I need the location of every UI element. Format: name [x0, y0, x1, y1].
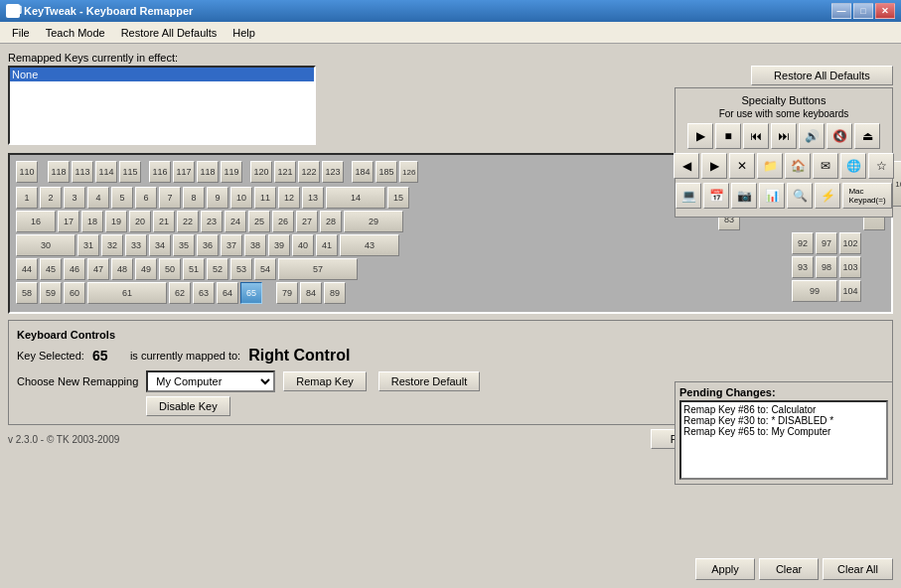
key-117[interactable]: 117 — [173, 161, 195, 183]
spec-calendar-icon[interactable]: 📅 — [703, 183, 729, 209]
key-47[interactable]: 47 — [87, 258, 109, 280]
key-6[interactable]: 6 — [135, 187, 157, 209]
spec-vol-up-icon[interactable]: 🔊 — [799, 123, 825, 149]
spec-eject-icon[interactable]: ⏏ — [854, 123, 880, 149]
key-1[interactable]: 1 — [16, 187, 38, 209]
key-48[interactable]: 48 — [111, 258, 133, 280]
spec-power-icon[interactable]: ⚡ — [815, 183, 840, 209]
key-43[interactable]: 43 — [340, 234, 399, 256]
key-26[interactable]: 26 — [272, 211, 294, 232]
remapped-key-item[interactable]: None — [10, 68, 314, 81]
menu-teach-mode[interactable]: Teach Mode — [38, 25, 113, 41]
key-126[interactable]: 126 — [399, 161, 418, 183]
mac-keypad-icon[interactable]: MacKeypad(=) — [842, 183, 892, 209]
key-99[interactable]: 99 — [792, 280, 837, 302]
key-119[interactable]: 119 — [221, 161, 242, 183]
key-35[interactable]: 35 — [173, 234, 195, 256]
key-18[interactable]: 18 — [81, 211, 103, 232]
key-33[interactable]: 33 — [125, 234, 147, 256]
key-58[interactable]: 58 — [16, 282, 38, 304]
menu-file[interactable]: File — [4, 25, 38, 41]
spec-forward-icon[interactable]: ▶ — [701, 153, 727, 179]
key-15[interactable]: 15 — [387, 187, 409, 209]
key-45[interactable]: 45 — [40, 258, 62, 280]
key-116[interactable]: 116 — [149, 161, 171, 183]
spec-star-icon[interactable]: ☆ — [868, 153, 894, 179]
key-97[interactable]: 97 — [816, 232, 837, 254]
spec-back-icon[interactable]: ◀ — [674, 153, 699, 179]
key-53[interactable]: 53 — [230, 258, 252, 280]
key-104[interactable]: 104 — [839, 280, 861, 302]
key-51[interactable]: 51 — [183, 258, 205, 280]
key-3[interactable]: 3 — [64, 187, 85, 209]
key-60[interactable]: 60 — [64, 282, 85, 304]
disable-key-button[interactable]: Disable Key — [146, 396, 230, 416]
key-25[interactable]: 25 — [248, 211, 270, 232]
key-114[interactable]: 114 — [95, 161, 117, 183]
key-57[interactable]: 57 — [278, 258, 358, 280]
key-8[interactable]: 8 — [183, 187, 205, 209]
key-31[interactable]: 31 — [77, 234, 99, 256]
key-122[interactable]: 122 — [298, 161, 320, 183]
key-10[interactable]: 10 — [230, 187, 252, 209]
clear-button[interactable]: Clear — [759, 558, 819, 580]
key-103[interactable]: 103 — [839, 256, 861, 278]
key-46[interactable]: 46 — [64, 258, 85, 280]
spec-camera-icon[interactable]: 📷 — [731, 183, 757, 209]
key-59[interactable]: 59 — [40, 282, 62, 304]
clear-all-button[interactable]: Clear All — [823, 558, 893, 580]
key-36[interactable]: 36 — [197, 234, 219, 256]
spec-folder-icon[interactable]: 📁 — [757, 153, 783, 179]
key-29[interactable]: 29 — [344, 211, 403, 232]
key-23[interactable]: 23 — [201, 211, 223, 232]
key-115[interactable]: 115 — [119, 161, 141, 183]
close-button[interactable]: ✕ — [875, 3, 895, 19]
key-61[interactable]: 61 — [87, 282, 167, 304]
key-7[interactable]: 7 — [159, 187, 181, 209]
key-63[interactable]: 63 — [193, 282, 215, 304]
spec-chart-icon[interactable]: 📊 — [759, 183, 785, 209]
key-102[interactable]: 102 — [839, 232, 861, 254]
key-11[interactable]: 11 — [254, 187, 276, 209]
key-9[interactable]: 9 — [207, 187, 228, 209]
key-121[interactable]: 121 — [274, 161, 296, 183]
key-185[interactable]: 185 — [375, 161, 397, 183]
key-21[interactable]: 21 — [153, 211, 175, 232]
key-79[interactable]: 79 — [276, 282, 298, 304]
key-50[interactable]: 50 — [159, 258, 181, 280]
key-89[interactable]: 89 — [324, 282, 346, 304]
key-34[interactable]: 34 — [149, 234, 171, 256]
spec-web-icon[interactable]: 🌐 — [840, 153, 866, 179]
spec-email-icon[interactable]: ✉ — [813, 153, 838, 179]
key-120[interactable]: 120 — [250, 161, 272, 183]
spec-home-icon[interactable]: 🏠 — [785, 153, 811, 179]
spec-stop-icon[interactable]: ■ — [715, 123, 741, 149]
key-92[interactable]: 92 — [792, 232, 814, 254]
key-52[interactable]: 52 — [207, 258, 228, 280]
key-62[interactable]: 62 — [169, 282, 191, 304]
key-110[interactable]: 110 — [16, 161, 38, 183]
key-118[interactable]: 118 — [48, 161, 70, 183]
key-38[interactable]: 38 — [244, 234, 266, 256]
key-40[interactable]: 40 — [292, 234, 314, 256]
key-84[interactable]: 84 — [300, 282, 322, 304]
key-20[interactable]: 20 — [129, 211, 151, 232]
key-24[interactable]: 24 — [225, 211, 246, 232]
key-28[interactable]: 28 — [320, 211, 342, 232]
maximize-button[interactable]: □ — [853, 3, 873, 19]
key-16[interactable]: 16 — [16, 211, 56, 232]
menu-help[interactable]: Help — [225, 25, 263, 41]
key-98[interactable]: 98 — [816, 256, 837, 278]
remap-select[interactable]: My Computer Calculator Email Browser Hom… — [146, 370, 275, 392]
key-113[interactable]: 113 — [72, 161, 93, 183]
key-54[interactable]: 54 — [254, 258, 276, 280]
apply-button[interactable]: Apply — [695, 558, 755, 580]
spec-search-icon[interactable]: 🔍 — [787, 183, 813, 209]
key-17[interactable]: 17 — [58, 211, 79, 232]
minimize-button[interactable]: — — [831, 3, 851, 19]
spec-next-icon[interactable]: ⏭ — [771, 123, 797, 149]
key-37[interactable]: 37 — [221, 234, 242, 256]
key-44[interactable]: 44 — [16, 258, 38, 280]
key-39[interactable]: 39 — [268, 234, 290, 256]
key-123[interactable]: 123 — [322, 161, 344, 183]
